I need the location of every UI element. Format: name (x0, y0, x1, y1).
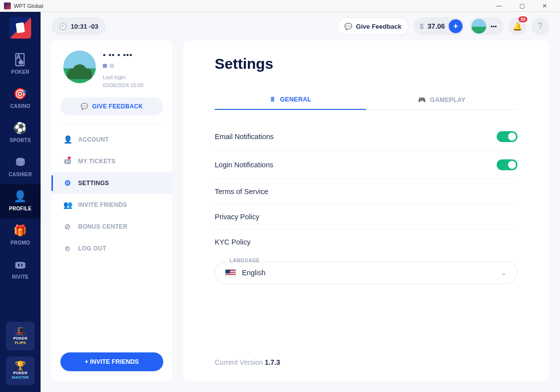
profile-username: ▪ ▪▪ ▪ ▪▪▪ (103, 50, 143, 59)
setting-label: Email Notifications (215, 133, 274, 141)
hat-icon: 🎩 (15, 327, 26, 337)
language-field: LANGUAGE English ⌄ (215, 261, 517, 284)
menu-account[interactable]: 👤 ACCOUNT (51, 129, 172, 150)
last-login: Last login: 03/06/2024 15:00 (103, 74, 143, 90)
nav-profile[interactable]: 👤 PROFILE (0, 184, 41, 218)
user-icon: 👤 (0, 190, 41, 203)
balance-amount: 37.06 (427, 22, 445, 30)
people-icon: 👥 (63, 200, 72, 209)
nav-label: CASHIER (8, 172, 32, 177)
settings-tabs: 🎚 GENERAL 🎮 GAMEPLAY (215, 90, 517, 110)
setting-label: KYC Policy (215, 238, 251, 246)
dot[interactable] (103, 64, 107, 68)
nav-label: PROMO (10, 240, 30, 245)
add-funds-button[interactable]: + (449, 19, 463, 33)
nav-label: CASINO (10, 103, 31, 109)
gear-icon: ⚙ (63, 179, 72, 188)
language-select[interactable]: English ⌄ (215, 261, 517, 284)
maximize-button[interactable]: ▢ (511, 0, 533, 12)
help-button[interactable]: ? (531, 17, 549, 35)
minimize-button[interactable]: — (488, 0, 511, 12)
sliders-icon: 🎚 (270, 96, 276, 103)
left-nav: 🂡 POKER 🎯 CASINO ⚽ SPORTS ⛃ CASHIER 👤 PR… (0, 12, 41, 392)
notif-badge: 33 (518, 16, 527, 22)
user-pill[interactable]: ▪▪▪ (469, 17, 504, 35)
row-login-notifications: Login Notifications (215, 151, 517, 179)
topbar: 🕙 10:31 -03 💬 Give Feedback $ 37.06 + ▪▪… (41, 12, 560, 41)
row-terms-of-service[interactable]: Terms of Service (215, 179, 517, 204)
dot[interactable] (110, 64, 114, 68)
ticket-icon: 🎟 (0, 258, 41, 271)
give-feedback-side-button[interactable]: 💬 GIVE FEEDBACK (60, 98, 163, 115)
toggle-email-notifications[interactable] (497, 131, 517, 142)
carousel-dots[interactable] (103, 64, 143, 68)
nav-label: SPORTS (10, 138, 31, 143)
give-feedback-button[interactable]: 💬 Give Feedback (337, 17, 409, 35)
setting-label: Terms of Service (215, 188, 268, 196)
clock-pill: 🕙 10:31 -03 (51, 17, 106, 35)
flag-us-icon (225, 269, 236, 276)
row-email-notifications: Email Notifications (215, 123, 517, 151)
language-value: English (242, 269, 266, 277)
user-icon: 👤 (63, 135, 72, 144)
setting-label: Privacy Policy (215, 213, 259, 221)
menu-my-tickets[interactable]: 🎟 MY TICKETS (51, 150, 172, 172)
avatar (63, 50, 96, 83)
toggle-login-notifications[interactable] (497, 159, 517, 170)
user-name: ▪▪▪ (490, 23, 497, 30)
wallet-icon: ⛃ (0, 156, 41, 169)
help-icon: ? (538, 22, 543, 31)
notifications-button[interactable]: 🔔 33 (509, 17, 526, 35)
nav-promo[interactable]: 🎁 PROMO (0, 218, 41, 252)
poker-flips-card[interactable]: 🎩 POKER FLIPS (6, 322, 35, 350)
invite-friends-button[interactable]: + INVITE FRIENDS (60, 352, 163, 371)
clock-icon: 🕙 (59, 23, 67, 30)
page-title: Settings (215, 55, 517, 72)
feedback-label: Give Feedback (356, 23, 402, 30)
tab-general[interactable]: 🎚 GENERAL (215, 90, 366, 110)
nav-label: POKER (11, 69, 29, 75)
version-text: Current Version 1.7.3 (215, 358, 517, 366)
nav-cashier[interactable]: ⛃ CASHIER (0, 150, 41, 184)
nav-sports[interactable]: ⚽ SPORTS (0, 116, 41, 150)
cards-icon: 🂡 (0, 53, 41, 66)
bonus-icon: ⊘ (63, 222, 72, 231)
chat-icon: 💬 (344, 23, 352, 30)
trophy-icon: 🏆 (15, 361, 26, 371)
chevron-down-icon: ⌄ (501, 269, 507, 277)
setting-label: Login Notifications (215, 161, 274, 169)
chip-icon: 🎯 (0, 88, 41, 100)
nav-poker[interactable]: 🂡 POKER (0, 48, 41, 82)
nav-invite[interactable]: 🎟 INVITE (0, 252, 41, 287)
window-titlebar: WPT Global — ▢ ✕ (0, 0, 560, 12)
ball-icon: ⚽ (0, 122, 41, 135)
gamepad-icon: 🎮 (418, 96, 426, 103)
avatar-icon (471, 19, 486, 34)
app-logo-icon (4, 2, 11, 9)
menu-bonus-center[interactable]: ⊘ BONUS CENTER (51, 216, 172, 238)
menu-log-out[interactable]: ⎋ LOG OUT (51, 238, 172, 259)
settings-panel: Settings 🎚 GENERAL 🎮 GAMEPLAY Email Noti… (183, 41, 549, 381)
clock-text: 10:31 -03 (71, 23, 98, 30)
divider (60, 124, 163, 125)
nav-label: INVITE (12, 274, 29, 280)
row-kyc-policy[interactable]: KYC Policy (215, 230, 517, 254)
poker-master-card[interactable]: 🏆 POKER MASTER (6, 356, 35, 385)
menu-invite-friends[interactable]: 👥 INVITE FRIENDS (51, 194, 172, 216)
row-privacy-policy[interactable]: Privacy Policy (215, 204, 517, 230)
brand-logo[interactable] (9, 17, 31, 39)
gift-icon: 🎁 (0, 224, 41, 237)
nav-casino[interactable]: 🎯 CASINO (0, 82, 41, 116)
profile-sidebar: ▪ ▪▪ ▪ ▪▪▪ Last login: 03/06/2024 15:00 … (51, 41, 172, 381)
chat-icon: 💬 (81, 103, 88, 110)
logout-icon: ⎋ (63, 244, 72, 252)
window-title: WPT Global (14, 3, 488, 9)
nav-label: PROFILE (9, 206, 31, 211)
alert-dot-icon (68, 156, 71, 159)
bell-icon: 🔔 (513, 22, 522, 31)
menu-settings[interactable]: ⚙ SETTINGS (51, 172, 172, 194)
balance-pill[interactable]: $ 37.06 + (414, 17, 465, 35)
dollar-icon: $ (420, 22, 423, 30)
tab-gameplay[interactable]: 🎮 GAMEPLAY (366, 90, 517, 109)
close-button[interactable]: ✕ (533, 0, 556, 12)
